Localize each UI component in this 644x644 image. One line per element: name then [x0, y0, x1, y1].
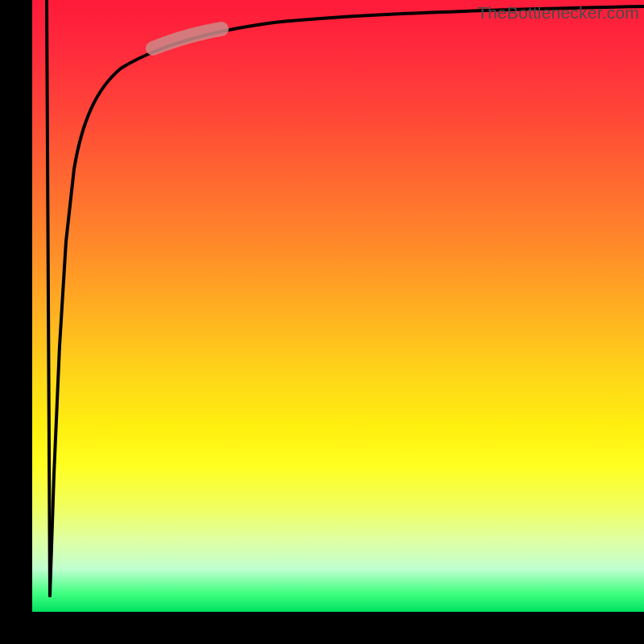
curve-up — [50, 6, 644, 596]
curve-down — [47, 0, 50, 596]
chart-svg — [32, 0, 644, 612]
highlight-segment — [153, 29, 221, 48]
chart-frame: TheBottlenecker.com — [32, 0, 644, 612]
watermark-text: TheBottlenecker.com — [477, 3, 639, 23]
